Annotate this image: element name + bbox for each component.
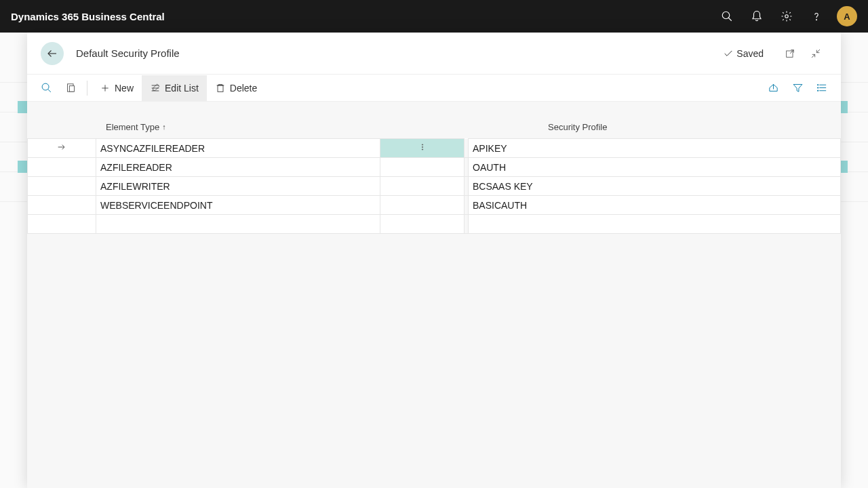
modal-panel: Default Security Profile Saved New Edit … <box>27 33 841 488</box>
table-row[interactable]: WEBSERVICEENDPOINTBASICAUTH <box>28 196 841 215</box>
filter-icon[interactable] <box>785 75 810 101</box>
cell-security-profile[interactable]: APIKEY <box>469 139 841 158</box>
svg-point-3 <box>816 20 816 20</box>
toolbar-search-icon[interactable] <box>34 75 58 101</box>
svg-marker-20 <box>793 85 802 92</box>
row-indicator[interactable] <box>28 139 96 158</box>
cell-element-type[interactable]: ASYNCAZFILEREADER <box>96 139 380 158</box>
svg-point-2 <box>785 15 789 18</box>
column-header-element-type[interactable]: Element Type ↑ <box>100 122 454 132</box>
row-indicator[interactable] <box>28 196 96 215</box>
row-actions-cell[interactable] <box>380 177 465 196</box>
saved-status: Saved <box>723 48 764 59</box>
row-indicator[interactable] <box>28 177 96 196</box>
more-vertical-icon <box>418 142 427 152</box>
column-headers: Element Type ↑ Security Profile <box>27 115 841 138</box>
settings-icon[interactable] <box>772 0 802 33</box>
column-header-security-profile-label: Security Profile <box>548 122 607 132</box>
cell-element-type[interactable]: WEBSERVICEENDPOINT <box>96 196 380 215</box>
svg-point-24 <box>817 85 818 85</box>
new-button-label: New <box>115 83 134 94</box>
search-icon[interactable] <box>712 0 742 33</box>
svg-point-26 <box>817 90 818 91</box>
cell-element-type[interactable]: AZFILEREADER <box>96 158 380 177</box>
current-row-arrow-icon <box>56 142 67 152</box>
table-row-empty[interactable] <box>28 215 841 234</box>
modal-header: Default Security Profile Saved <box>27 33 841 75</box>
row-actions-cell[interactable] <box>380 196 465 215</box>
share-icon[interactable] <box>761 75 785 101</box>
toolbar-focus-icon[interactable] <box>58 75 83 101</box>
cell-security-profile[interactable] <box>469 215 841 234</box>
open-in-new-icon[interactable] <box>778 42 802 65</box>
svg-line-1 <box>728 18 732 21</box>
svg-line-10 <box>47 89 50 92</box>
row-actions-cell[interactable] <box>380 158 465 177</box>
svg-point-30 <box>422 149 423 150</box>
column-header-element-type-label: Element Type <box>106 122 159 132</box>
list-view-icon[interactable] <box>810 75 834 101</box>
edit-list-button-label: Edit List <box>165 83 199 94</box>
svg-line-6 <box>790 49 793 53</box>
row-actions-cell[interactable] <box>380 215 465 234</box>
data-grid: ASYNCAZFILEREADERAPIKEYAZFILEREADEROAUTH… <box>27 138 841 234</box>
svg-line-7 <box>812 54 815 58</box>
svg-point-0 <box>722 12 730 19</box>
cell-security-profile[interactable]: BCSAAS KEY <box>469 177 841 196</box>
user-avatar[interactable]: A <box>837 6 857 26</box>
help-icon[interactable] <box>802 0 831 33</box>
svg-point-28 <box>422 144 423 146</box>
svg-point-29 <box>422 146 423 148</box>
edit-list-button[interactable]: Edit List <box>142 75 207 101</box>
new-button[interactable]: New <box>92 75 142 101</box>
row-actions-cell[interactable] <box>380 139 465 158</box>
svg-point-9 <box>42 83 49 90</box>
svg-line-8 <box>816 49 820 53</box>
action-toolbar: New Edit List Delete <box>27 75 841 102</box>
svg-rect-18 <box>218 85 223 92</box>
sort-ascending-icon: ↑ <box>162 123 166 131</box>
back-button[interactable] <box>41 42 64 65</box>
cell-security-profile[interactable]: BASICAUTH <box>469 196 841 215</box>
product-title: Dynamics 365 Business Central <box>11 11 165 22</box>
page-title: Default Security Profile <box>76 47 180 59</box>
collapse-icon[interactable] <box>804 42 827 65</box>
cell-element-type[interactable] <box>96 215 380 234</box>
cell-security-profile[interactable]: OAUTH <box>469 158 841 177</box>
top-nav-bar: Dynamics 365 Business Central A <box>0 0 868 33</box>
row-indicator[interactable] <box>28 158 96 177</box>
table-row[interactable]: AZFILEWRITERBCSAAS KEY <box>28 177 841 196</box>
saved-status-label: Saved <box>736 48 764 59</box>
data-area: Element Type ↑ Security Profile ASYNCAZF… <box>27 102 841 488</box>
svg-point-25 <box>817 87 818 88</box>
table-row[interactable]: ASYNCAZFILEREADERAPIKEY <box>28 139 841 158</box>
row-indicator[interactable] <box>28 215 96 234</box>
delete-button-label: Delete <box>230 83 257 94</box>
svg-rect-12 <box>69 86 74 92</box>
delete-button[interactable]: Delete <box>207 75 265 101</box>
column-header-security-profile[interactable]: Security Profile <box>542 122 841 132</box>
notifications-icon[interactable] <box>742 0 772 33</box>
cell-element-type[interactable]: AZFILEWRITER <box>96 177 380 196</box>
table-row[interactable]: AZFILEREADEROAUTH <box>28 158 841 177</box>
